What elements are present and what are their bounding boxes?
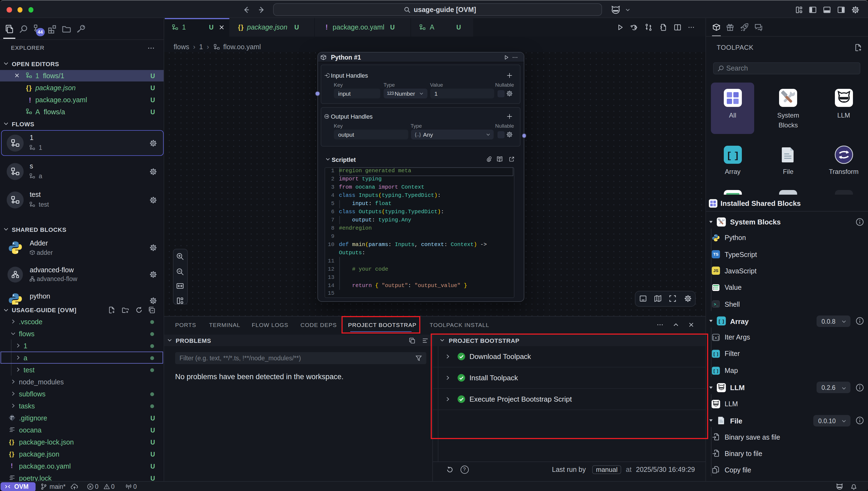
svg-text:>_: >_: [714, 302, 718, 307]
svg-text:[ ]: [ ]: [718, 319, 725, 324]
svg-text:[x]: [x]: [712, 336, 719, 340]
svg-text:[ ]: [ ]: [726, 151, 739, 161]
svg-text:[ ]: [ ]: [713, 369, 718, 373]
svg-text:[ ]: [ ]: [713, 352, 718, 357]
